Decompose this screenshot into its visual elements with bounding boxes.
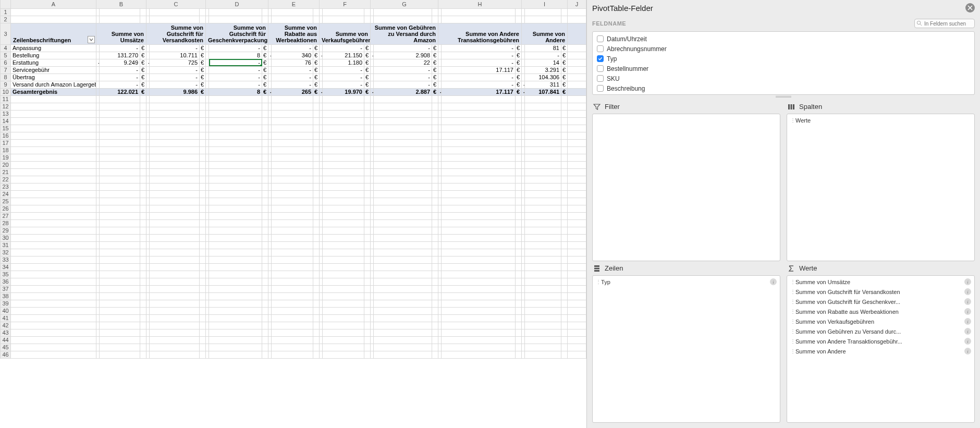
row-head-41[interactable]: 41 bbox=[1, 314, 11, 322]
cell[interactable]: - bbox=[374, 81, 432, 88]
field-search-input[interactable] bbox=[914, 19, 975, 28]
cell[interactable]: - bbox=[374, 44, 432, 52]
cell[interactable]: - bbox=[100, 81, 140, 88]
row-head-20[interactable]: 20 bbox=[1, 161, 11, 168]
col-I[interactable]: I bbox=[522, 0, 568, 8]
value-header-4[interactable]: Summe von Verkaufsgebühren bbox=[320, 23, 371, 44]
drag-handle-icon[interactable]: ⋮ bbox=[790, 309, 793, 314]
cell[interactable]: 3.291 bbox=[525, 66, 561, 74]
row-head-9[interactable]: 9 bbox=[1, 81, 11, 88]
value-header-5[interactable]: Summe von Gebühren zu Versand durch Amaz… bbox=[371, 23, 438, 44]
area-item[interactable]: ⋮ Summe von Gutschrift für Geschenkver..… bbox=[788, 297, 973, 307]
row-head-19[interactable]: 19 bbox=[1, 154, 11, 161]
cell[interactable]: 131.270 bbox=[100, 52, 140, 59]
col-G[interactable]: G bbox=[371, 0, 438, 8]
cell[interactable]: 107.841 bbox=[525, 88, 561, 95]
cell[interactable]: - bbox=[374, 66, 432, 74]
cell[interactable]: - bbox=[209, 74, 262, 81]
cell[interactable]: 9.249 bbox=[100, 59, 140, 66]
drag-handle-icon[interactable]: ⋮ bbox=[790, 328, 793, 334]
field-Beschreibung[interactable]: Beschreibung bbox=[593, 83, 974, 93]
field-checkbox[interactable] bbox=[597, 35, 604, 42]
area-item[interactable]: ⋮ Summe von Andere i bbox=[788, 346, 973, 356]
values-dropzone[interactable]: ⋮ Summe von Umsätze i ⋮ Summe von Gutsch… bbox=[787, 275, 975, 423]
row-label[interactable]: Anpassung bbox=[11, 44, 96, 52]
cell[interactable]: - bbox=[209, 59, 262, 66]
field-list[interactable]: Datum/Uhrzeit Abrechnungsnummer Typ Best… bbox=[592, 31, 975, 95]
cell[interactable]: - bbox=[272, 81, 313, 88]
columns-dropzone[interactable]: ⋮ Werte bbox=[787, 114, 975, 261]
row-head-39[interactable]: 39 bbox=[1, 300, 11, 307]
cell[interactable]: 104.306 bbox=[525, 74, 561, 81]
info-icon[interactable]: i bbox=[964, 308, 971, 315]
cell[interactable]: 10.711 bbox=[150, 52, 200, 59]
row-head-4[interactable]: 4 bbox=[1, 44, 11, 52]
rows-dropzone[interactable]: ⋮ Typ i bbox=[592, 275, 780, 423]
row-label[interactable]: Übertrag bbox=[11, 74, 96, 81]
cell[interactable]: - bbox=[323, 44, 364, 52]
row-head-24[interactable]: 24 bbox=[1, 190, 11, 198]
col-H[interactable]: H bbox=[438, 0, 522, 8]
col-E[interactable]: E bbox=[268, 0, 320, 8]
row-head-22[interactable]: 22 bbox=[1, 176, 11, 183]
cell[interactable]: - bbox=[442, 52, 516, 59]
row-head-25[interactable]: 25 bbox=[1, 198, 11, 205]
value-header-6[interactable]: Summe von Andere Transaktionsgebühren bbox=[438, 23, 522, 44]
cell[interactable]: - bbox=[150, 74, 200, 81]
field-checkbox[interactable] bbox=[597, 55, 604, 62]
cell[interactable]: - bbox=[150, 81, 200, 88]
cell[interactable]: 17.117 bbox=[442, 88, 516, 95]
cell[interactable]: - bbox=[442, 74, 516, 81]
row-head-16[interactable]: 16 bbox=[1, 132, 11, 139]
cell[interactable]: - bbox=[442, 81, 516, 88]
drag-handle-icon[interactable]: ⋮ bbox=[790, 348, 793, 354]
row-head-35[interactable]: 35 bbox=[1, 271, 11, 278]
area-item[interactable]: ⋮ Typ i bbox=[594, 277, 779, 287]
row-head-11[interactable]: 11 bbox=[1, 95, 11, 103]
cell[interactable]: - bbox=[100, 44, 140, 52]
cell[interactable]: 311 bbox=[525, 81, 561, 88]
row-head-15[interactable]: 15 bbox=[1, 125, 11, 132]
cell[interactable]: - bbox=[209, 81, 262, 88]
col-B[interactable]: B bbox=[96, 0, 146, 8]
row-head-40[interactable]: 40 bbox=[1, 307, 11, 314]
row-head-7[interactable]: 7 bbox=[1, 66, 11, 74]
cell[interactable]: - bbox=[150, 66, 200, 74]
row-head-17[interactable]: 17 bbox=[1, 139, 11, 146]
col-A[interactable]: A bbox=[11, 0, 96, 8]
select-all-corner[interactable] bbox=[1, 0, 11, 8]
cell[interactable]: - bbox=[100, 74, 140, 81]
cell[interactable]: 8 bbox=[209, 52, 262, 59]
row-head-10[interactable]: 10 bbox=[1, 88, 11, 95]
row-head-43[interactable]: 43 bbox=[1, 329, 11, 336]
area-item[interactable]: ⋮ Werte bbox=[788, 115, 973, 125]
row-head-6[interactable]: 6 bbox=[1, 59, 11, 66]
row-label[interactable]: Servicegebühr bbox=[11, 66, 96, 74]
drag-handle-icon[interactable]: ⋮ bbox=[790, 319, 793, 324]
column-headers[interactable]: A B C D E F G H I J bbox=[1, 0, 586, 8]
field-search[interactable] bbox=[914, 19, 975, 28]
grand-total-label[interactable]: Gesamtergebnis bbox=[11, 88, 96, 95]
info-icon[interactable]: i bbox=[770, 278, 777, 285]
cell[interactable]: - bbox=[209, 44, 262, 52]
drag-handle-icon[interactable]: ⋮ bbox=[790, 279, 793, 285]
cell[interactable]: 340 bbox=[272, 52, 313, 59]
value-header-2[interactable]: Summe von Gutschrift für Geschenkverpack… bbox=[206, 23, 268, 44]
field-Abrechnungsnummer[interactable]: Abrechnungsnummer bbox=[593, 44, 974, 54]
cell[interactable]: - bbox=[442, 59, 516, 66]
cell[interactable]: 19.970 bbox=[323, 88, 364, 95]
cell[interactable]: 22 bbox=[374, 59, 432, 66]
row-head-8[interactable]: 8 bbox=[1, 74, 11, 81]
row-head-42[interactable]: 42 bbox=[1, 322, 11, 329]
field-Bestellnummer[interactable]: Bestellnummer bbox=[593, 64, 974, 74]
cell[interactable]: 14 bbox=[525, 59, 561, 66]
info-icon[interactable]: i bbox=[964, 338, 971, 345]
col-J[interactable]: J bbox=[568, 0, 586, 8]
row-head-30[interactable]: 30 bbox=[1, 234, 11, 241]
spreadsheet-grid[interactable]: A B C D E F G H I J 123Zeilenbeschriftun… bbox=[0, 0, 586, 428]
col-C[interactable]: C bbox=[146, 0, 206, 8]
field-checkbox[interactable] bbox=[597, 75, 604, 82]
value-header-7[interactable]: Summe von Andere bbox=[522, 23, 568, 44]
field-checkbox[interactable] bbox=[597, 65, 604, 72]
cell[interactable]: 1.180 bbox=[323, 59, 364, 66]
